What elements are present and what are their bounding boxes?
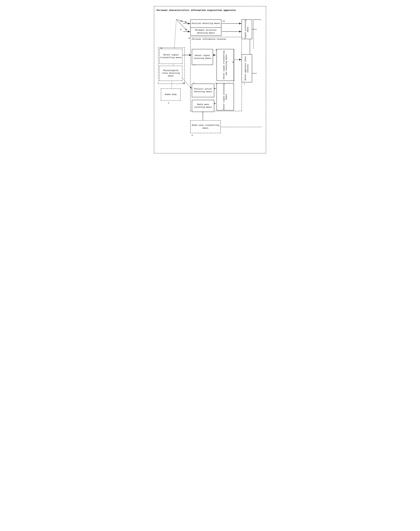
human-body-box: Human body: [161, 88, 180, 101]
ref-8: 8: [232, 61, 234, 63]
ref-6: 6: [188, 37, 190, 39]
signal-processing-box: Signal processing means: [241, 19, 252, 39]
radio-wave-receiving-box: Radio wave receiving means: [192, 100, 214, 112]
right-line-top: [253, 19, 261, 20]
diagram-area: 10 Position detecting means 11 9 Movemen…: [157, 14, 263, 151]
sensor-signal-processing-box: Sensor signal processing means: [217, 83, 234, 110]
position-detecting-box: Position detecting means: [190, 19, 221, 28]
posture-action-box: Posture/ action detecting means: [192, 84, 214, 97]
bottom-dashed-line: [221, 127, 261, 127]
diagram-title: Personal characteristics information acq…: [157, 9, 263, 12]
ref-4: 4: [192, 134, 193, 137]
ref-11: 11: [223, 20, 225, 22]
ref-1: 1: [168, 102, 169, 104]
right-dashed-right: [253, 20, 254, 48]
ref-9: 9: [180, 29, 181, 31]
ref-7: 7: [244, 83, 245, 85]
movement-direction-box: Movement direction detecting means: [190, 28, 221, 36]
master-apparatus-box: Master apparatus (base station): [241, 54, 252, 82]
radio-wave-transmitting-box: Radio wave transmitting means: [190, 120, 221, 133]
diagram-container: Personal characteristics information acq…: [151, 3, 269, 156]
sensor-signal-receiving-box: Sensor signal receiving means: [192, 49, 213, 65]
ref-10: 10: [180, 20, 182, 22]
outer-boundary: Personal characteristics information acq…: [154, 6, 266, 153]
sensor-signal-transmit-receive-box: Sensor signal transmitting and receiving…: [217, 49, 234, 81]
left-dashed-region: [158, 47, 185, 84]
